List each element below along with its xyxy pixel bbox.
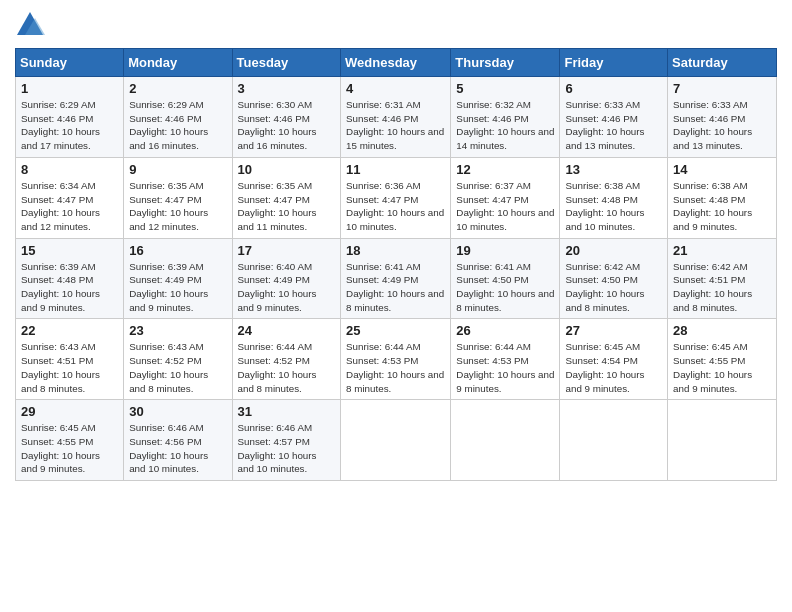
calendar-cell: 6 Sunrise: 6:33 AM Sunset: 4:46 PM Dayli…	[560, 77, 668, 158]
day-number: 9	[129, 162, 226, 177]
day-info: Sunrise: 6:40 AM Sunset: 4:49 PM Dayligh…	[238, 260, 336, 315]
calendar-cell: 13 Sunrise: 6:38 AM Sunset: 4:48 PM Dayl…	[560, 157, 668, 238]
day-info: Sunrise: 6:33 AM Sunset: 4:46 PM Dayligh…	[565, 98, 662, 153]
calendar-week-row: 15 Sunrise: 6:39 AM Sunset: 4:48 PM Dayl…	[16, 238, 777, 319]
day-number: 7	[673, 81, 771, 96]
day-info: Sunrise: 6:39 AM Sunset: 4:49 PM Dayligh…	[129, 260, 226, 315]
calendar-cell: 2 Sunrise: 6:29 AM Sunset: 4:46 PM Dayli…	[124, 77, 232, 158]
day-number: 10	[238, 162, 336, 177]
calendar-cell: 24 Sunrise: 6:44 AM Sunset: 4:52 PM Dayl…	[232, 319, 341, 400]
day-info: Sunrise: 6:46 AM Sunset: 4:57 PM Dayligh…	[238, 421, 336, 476]
weekday-header-cell: Wednesday	[341, 49, 451, 77]
calendar-cell: 28 Sunrise: 6:45 AM Sunset: 4:55 PM Dayl…	[668, 319, 777, 400]
calendar-cell: 22 Sunrise: 6:43 AM Sunset: 4:51 PM Dayl…	[16, 319, 124, 400]
day-number: 11	[346, 162, 445, 177]
weekday-header-cell: Tuesday	[232, 49, 341, 77]
calendar-table: SundayMondayTuesdayWednesdayThursdayFrid…	[15, 48, 777, 481]
day-info: Sunrise: 6:39 AM Sunset: 4:48 PM Dayligh…	[21, 260, 118, 315]
day-info: Sunrise: 6:44 AM Sunset: 4:53 PM Dayligh…	[456, 340, 554, 395]
day-number: 25	[346, 323, 445, 338]
day-info: Sunrise: 6:43 AM Sunset: 4:52 PM Dayligh…	[129, 340, 226, 395]
day-number: 24	[238, 323, 336, 338]
calendar-cell: 21 Sunrise: 6:42 AM Sunset: 4:51 PM Dayl…	[668, 238, 777, 319]
calendar-cell: 29 Sunrise: 6:45 AM Sunset: 4:55 PM Dayl…	[16, 400, 124, 481]
day-info: Sunrise: 6:35 AM Sunset: 4:47 PM Dayligh…	[238, 179, 336, 234]
day-number: 3	[238, 81, 336, 96]
calendar-cell: 16 Sunrise: 6:39 AM Sunset: 4:49 PM Dayl…	[124, 238, 232, 319]
day-number: 27	[565, 323, 662, 338]
day-number: 23	[129, 323, 226, 338]
calendar-cell: 12 Sunrise: 6:37 AM Sunset: 4:47 PM Dayl…	[451, 157, 560, 238]
day-number: 20	[565, 243, 662, 258]
day-number: 17	[238, 243, 336, 258]
calendar-cell: 10 Sunrise: 6:35 AM Sunset: 4:47 PM Dayl…	[232, 157, 341, 238]
day-info: Sunrise: 6:43 AM Sunset: 4:51 PM Dayligh…	[21, 340, 118, 395]
calendar-week-row: 8 Sunrise: 6:34 AM Sunset: 4:47 PM Dayli…	[16, 157, 777, 238]
weekday-header-row: SundayMondayTuesdayWednesdayThursdayFrid…	[16, 49, 777, 77]
day-number: 5	[456, 81, 554, 96]
day-info: Sunrise: 6:38 AM Sunset: 4:48 PM Dayligh…	[565, 179, 662, 234]
calendar-cell: 15 Sunrise: 6:39 AM Sunset: 4:48 PM Dayl…	[16, 238, 124, 319]
logo	[15, 10, 49, 40]
calendar-week-row: 29 Sunrise: 6:45 AM Sunset: 4:55 PM Dayl…	[16, 400, 777, 481]
day-number: 8	[21, 162, 118, 177]
day-info: Sunrise: 6:44 AM Sunset: 4:52 PM Dayligh…	[238, 340, 336, 395]
calendar-cell: 25 Sunrise: 6:44 AM Sunset: 4:53 PM Dayl…	[341, 319, 451, 400]
calendar-cell: 8 Sunrise: 6:34 AM Sunset: 4:47 PM Dayli…	[16, 157, 124, 238]
calendar-cell	[341, 400, 451, 481]
calendar-cell: 17 Sunrise: 6:40 AM Sunset: 4:49 PM Dayl…	[232, 238, 341, 319]
weekday-header-cell: Thursday	[451, 49, 560, 77]
day-number: 1	[21, 81, 118, 96]
calendar-cell: 30 Sunrise: 6:46 AM Sunset: 4:56 PM Dayl…	[124, 400, 232, 481]
day-info: Sunrise: 6:30 AM Sunset: 4:46 PM Dayligh…	[238, 98, 336, 153]
day-info: Sunrise: 6:36 AM Sunset: 4:47 PM Dayligh…	[346, 179, 445, 234]
calendar-cell: 14 Sunrise: 6:38 AM Sunset: 4:48 PM Dayl…	[668, 157, 777, 238]
day-info: Sunrise: 6:34 AM Sunset: 4:47 PM Dayligh…	[21, 179, 118, 234]
weekday-header-cell: Friday	[560, 49, 668, 77]
calendar-cell: 4 Sunrise: 6:31 AM Sunset: 4:46 PM Dayli…	[341, 77, 451, 158]
day-info: Sunrise: 6:41 AM Sunset: 4:50 PM Dayligh…	[456, 260, 554, 315]
day-info: Sunrise: 6:29 AM Sunset: 4:46 PM Dayligh…	[21, 98, 118, 153]
calendar-cell: 5 Sunrise: 6:32 AM Sunset: 4:46 PM Dayli…	[451, 77, 560, 158]
day-info: Sunrise: 6:37 AM Sunset: 4:47 PM Dayligh…	[456, 179, 554, 234]
calendar-cell: 9 Sunrise: 6:35 AM Sunset: 4:47 PM Dayli…	[124, 157, 232, 238]
day-number: 19	[456, 243, 554, 258]
day-number: 22	[21, 323, 118, 338]
day-number: 29	[21, 404, 118, 419]
logo-icon	[15, 10, 45, 40]
day-number: 12	[456, 162, 554, 177]
day-number: 16	[129, 243, 226, 258]
calendar-cell	[668, 400, 777, 481]
calendar-week-row: 1 Sunrise: 6:29 AM Sunset: 4:46 PM Dayli…	[16, 77, 777, 158]
calendar-cell: 19 Sunrise: 6:41 AM Sunset: 4:50 PM Dayl…	[451, 238, 560, 319]
day-number: 31	[238, 404, 336, 419]
day-info: Sunrise: 6:38 AM Sunset: 4:48 PM Dayligh…	[673, 179, 771, 234]
calendar-cell: 11 Sunrise: 6:36 AM Sunset: 4:47 PM Dayl…	[341, 157, 451, 238]
day-info: Sunrise: 6:31 AM Sunset: 4:46 PM Dayligh…	[346, 98, 445, 153]
day-info: Sunrise: 6:42 AM Sunset: 4:51 PM Dayligh…	[673, 260, 771, 315]
day-info: Sunrise: 6:29 AM Sunset: 4:46 PM Dayligh…	[129, 98, 226, 153]
day-number: 6	[565, 81, 662, 96]
day-info: Sunrise: 6:42 AM Sunset: 4:50 PM Dayligh…	[565, 260, 662, 315]
calendar-cell: 20 Sunrise: 6:42 AM Sunset: 4:50 PM Dayl…	[560, 238, 668, 319]
day-number: 15	[21, 243, 118, 258]
day-info: Sunrise: 6:33 AM Sunset: 4:46 PM Dayligh…	[673, 98, 771, 153]
calendar-cell: 1 Sunrise: 6:29 AM Sunset: 4:46 PM Dayli…	[16, 77, 124, 158]
day-number: 28	[673, 323, 771, 338]
calendar-cell: 18 Sunrise: 6:41 AM Sunset: 4:49 PM Dayl…	[341, 238, 451, 319]
day-info: Sunrise: 6:32 AM Sunset: 4:46 PM Dayligh…	[456, 98, 554, 153]
calendar-cell: 23 Sunrise: 6:43 AM Sunset: 4:52 PM Dayl…	[124, 319, 232, 400]
weekday-header-cell: Sunday	[16, 49, 124, 77]
day-number: 13	[565, 162, 662, 177]
day-number: 18	[346, 243, 445, 258]
day-info: Sunrise: 6:35 AM Sunset: 4:47 PM Dayligh…	[129, 179, 226, 234]
day-number: 30	[129, 404, 226, 419]
calendar-cell: 26 Sunrise: 6:44 AM Sunset: 4:53 PM Dayl…	[451, 319, 560, 400]
calendar-cell	[560, 400, 668, 481]
day-info: Sunrise: 6:46 AM Sunset: 4:56 PM Dayligh…	[129, 421, 226, 476]
page: SundayMondayTuesdayWednesdayThursdayFrid…	[0, 0, 792, 612]
day-number: 4	[346, 81, 445, 96]
day-info: Sunrise: 6:44 AM Sunset: 4:53 PM Dayligh…	[346, 340, 445, 395]
day-info: Sunrise: 6:45 AM Sunset: 4:55 PM Dayligh…	[21, 421, 118, 476]
day-info: Sunrise: 6:45 AM Sunset: 4:54 PM Dayligh…	[565, 340, 662, 395]
